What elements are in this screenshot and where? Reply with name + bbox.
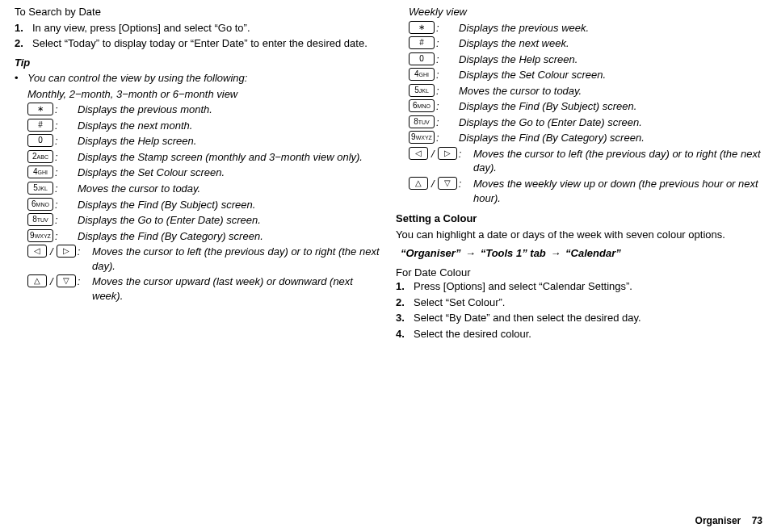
key-row: △ / ▽ : Moves the weekly view up or down… <box>409 177 762 205</box>
left-arrow-icon: ◁ <box>27 245 47 258</box>
step-text: Select “By Date” and then select the des… <box>414 311 762 325</box>
step-2: 2. Select “Set Colour”. <box>396 295 762 310</box>
key-desc: Moves the cursor to left (the previous d… <box>473 147 762 175</box>
page: To Search by Date 1. In any view, press … <box>0 0 777 532</box>
key-desc: Displays the Set Colour screen. <box>78 165 381 180</box>
key-desc: Displays the Find (By Subject) screen. <box>459 99 762 114</box>
setting-colour-title: Setting a Colour <box>396 212 762 226</box>
step-number: 1. <box>15 21 32 36</box>
tip-bullet: • You can control the view by using the … <box>15 71 381 86</box>
step-1: 1. Press [Options] and select “Calendar … <box>396 279 762 294</box>
step-number: 1. <box>396 279 414 294</box>
key-2-icon: 2ABC <box>27 150 53 163</box>
nav-path: “Organiser” → “Tools 1” tab → “Calendar” <box>401 246 762 261</box>
key-row: ◁ / ▷ : Moves the cursor to left (the pr… <box>409 147 762 175</box>
key-row: 4GHI: Displays the Set Colour screen. <box>409 68 762 82</box>
key-row: ∗: Displays the previous month. <box>27 103 381 117</box>
up-arrow-icon: △ <box>27 274 47 287</box>
key-row: 5JKL: Moves the cursor to today. <box>409 84 762 98</box>
key-desc: Displays the previous week. <box>459 21 762 36</box>
weekly-view-subhead: Weekly view <box>409 5 762 19</box>
key-row: ◁ / ▷ : Moves the cursor to left (the pr… <box>27 245 381 273</box>
right-arrow-icon: ▷ <box>57 245 76 258</box>
key-row: ∗: Displays the previous week. <box>409 21 762 36</box>
page-number: 73 <box>752 515 762 526</box>
key-desc: Displays the Go to (Enter Date) screen. <box>78 213 381 228</box>
footer-section: Organiser <box>695 515 741 526</box>
for-date-colour-subhead: For Date Colour <box>396 266 762 280</box>
key-hash-icon: # <box>27 119 53 132</box>
key-9-icon: 9WXYZ <box>27 229 53 242</box>
key-6-icon: 6MNO <box>27 198 53 211</box>
key-desc: Displays the Help screen. <box>78 134 381 149</box>
right-arrow-icon: ▷ <box>438 147 457 160</box>
key-desc: Moves the cursor to today. <box>459 84 762 98</box>
key-asterisk-icon: ∗ <box>27 103 53 115</box>
key-desc: Displays the Set Colour screen. <box>459 68 762 82</box>
step-text: Select the desired colour. <box>414 327 762 341</box>
key-0-icon: 0 <box>409 52 435 65</box>
setting-colour-body: You can highlight a date or days of the … <box>396 228 762 242</box>
key-row: 6MNO: Displays the Find (By Subject) scr… <box>27 198 381 212</box>
step-number: 2. <box>396 295 414 310</box>
key-desc: Displays the Find (By Category) screen. <box>459 131 762 145</box>
step-number: 2. <box>15 36 32 51</box>
step-number: 3. <box>396 311 414 325</box>
key-row: 9WXYZ: Displays the Find (By Category) s… <box>27 229 381 244</box>
key-row: #: Displays the next month. <box>27 119 381 133</box>
key-desc: Moves the cursor to left (the previous d… <box>92 245 381 273</box>
page-footer: Organiser 73 <box>15 505 762 532</box>
key-row: #: Displays the next week. <box>409 36 762 51</box>
path-part-1: “Organiser” <box>401 247 460 259</box>
key-desc: Displays the next month. <box>78 119 381 133</box>
arrow-right-icon: → <box>465 246 476 261</box>
key-row: 6MNO: Displays the Find (By Subject) scr… <box>409 99 762 114</box>
key-hash-icon: # <box>409 36 435 49</box>
key-8-icon: 8TUV <box>27 213 53 226</box>
path-part-2: “Tools 1” tab <box>481 247 546 259</box>
key-4-icon: 4GHI <box>27 165 53 178</box>
key-4-icon: 4GHI <box>409 68 435 81</box>
key-desc: Moves the cursor to today. <box>78 182 381 196</box>
key-desc: Displays the Go to (Enter Date) screen. <box>459 115 762 130</box>
colour-steps-list: 1. Press [Options] and select “Calendar … <box>396 279 762 341</box>
step-1: 1. In any view, press [Options] and sele… <box>15 21 381 36</box>
key-5-icon: 5JKL <box>27 182 53 195</box>
key-8-icon: 8TUV <box>409 115 435 128</box>
search-steps-list: 1. In any view, press [Options] and sele… <box>15 21 381 51</box>
key-desc: Displays the Find (By Category) screen. <box>78 229 381 244</box>
path-part-3: “Calendar” <box>565 247 621 259</box>
key-row: 2ABC: Displays the Stamp screen (monthly… <box>27 150 381 165</box>
step-4: 4. Select the desired colour. <box>396 327 762 341</box>
step-text: Press [Options] and select “Calendar Set… <box>414 279 762 294</box>
two-column-layout: To Search by Date 1. In any view, press … <box>15 5 762 505</box>
key-row: 8TUV: Displays the Go to (Enter Date) sc… <box>27 213 381 228</box>
step-3: 3. Select “By Date” and then select the … <box>396 311 762 325</box>
key-desc: Moves the cursor upward (last week) or d… <box>92 274 381 303</box>
key-row: 4GHI: Displays the Set Colour screen. <box>27 165 381 180</box>
key-row: 5JKL: Moves the cursor to today. <box>27 182 381 196</box>
key-row: △ / ▽ : Moves the cursor upward (last we… <box>27 274 381 303</box>
key-row: 9WXYZ: Displays the Find (By Category) s… <box>409 131 762 145</box>
search-by-date-title: To Search by Date <box>15 5 381 19</box>
step-number: 4. <box>396 327 414 341</box>
step-text: In any view, press [Options] and select … <box>32 21 381 36</box>
tip-line: You can control the view by using the fo… <box>27 71 247 86</box>
key-asterisk-icon: ∗ <box>409 21 435 34</box>
bullet-dot: • <box>15 71 27 86</box>
down-arrow-icon: ▽ <box>57 274 76 287</box>
key-row: 0: Displays the Help screen. <box>409 52 762 67</box>
key-row: 8TUV: Displays the Go to (Enter Date) sc… <box>409 115 762 130</box>
key-desc: Displays the Find (By Subject) screen. <box>78 198 381 212</box>
key-row: 0: Displays the Help screen. <box>27 134 381 149</box>
monthly-view-subhead: Monthly, 2−month, 3−month or 6−month vie… <box>27 87 381 102</box>
key-9-icon: 9WXYZ <box>409 131 435 144</box>
key-0-icon: 0 <box>27 134 53 147</box>
key-desc: Displays the Help screen. <box>459 52 762 67</box>
step-2: 2. Select “Today” to display today or “E… <box>15 36 381 51</box>
key-6-icon: 6MNO <box>409 99 435 112</box>
key-desc: Displays the previous month. <box>78 103 381 117</box>
step-text: Select “Today” to display today or “Ente… <box>32 36 381 51</box>
key-desc: Displays the Stamp screen (monthly and 3… <box>78 150 381 165</box>
right-column: Weekly view ∗: Displays the previous wee… <box>396 5 762 505</box>
